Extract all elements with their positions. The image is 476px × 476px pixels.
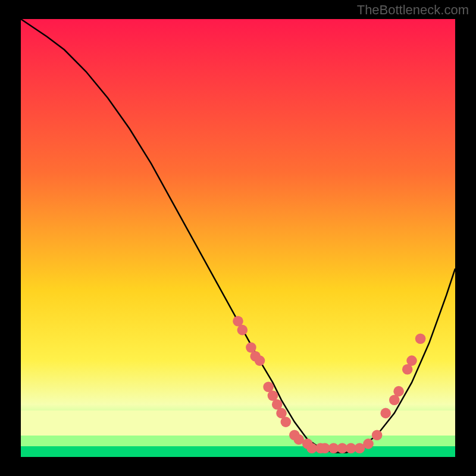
plot-bottom-green-band — [21, 446, 455, 457]
curve-marker — [281, 416, 292, 427]
plot-light-green-band — [21, 436, 455, 446]
curve-marker — [255, 355, 265, 366]
curve-marker — [393, 386, 404, 397]
watermark-text: TheBottleneck.com — [357, 2, 469, 18]
curve-marker — [415, 334, 426, 345]
curve-marker — [363, 439, 374, 449]
chart-stage: { "watermark": "TheBottleneck.com", "col… — [0, 0, 476, 476]
plot-background — [21, 19, 455, 457]
curve-marker — [380, 408, 391, 419]
bottleneck-chart — [0, 0, 476, 476]
curve-marker — [372, 430, 383, 440]
curve-marker — [237, 325, 248, 336]
curve-marker — [406, 355, 417, 366]
